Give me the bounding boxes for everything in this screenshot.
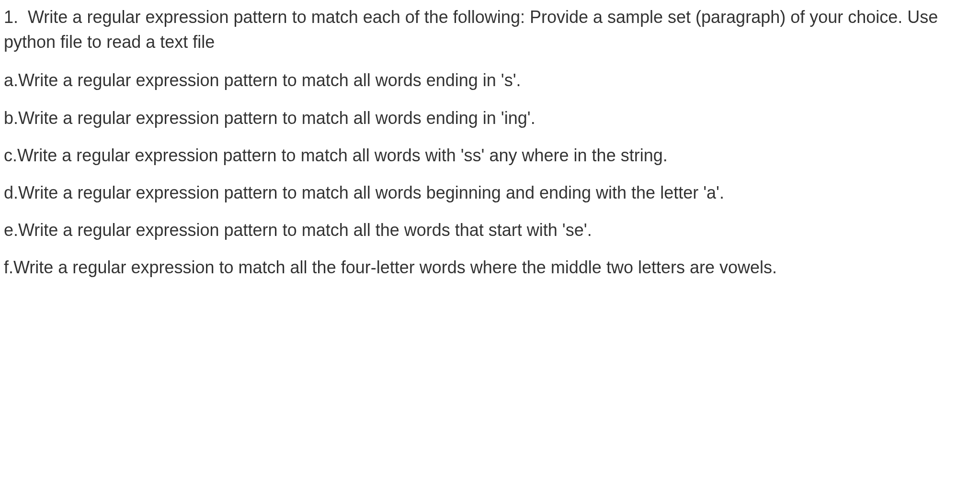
question-part-e: e.Write a regular expression pattern to … <box>4 218 976 243</box>
question-part-d: d.Write a regular expression pattern to … <box>4 180 976 205</box>
question-part-c: c.Write a regular expression pattern to … <box>4 143 976 168</box>
question-intro: 1. Write a regular expression pattern to… <box>4 5 976 55</box>
question-part-b: b.Write a regular expression pattern to … <box>4 106 976 131</box>
question-part-a: a.Write a regular expression pattern to … <box>4 68 976 93</box>
question-part-f: f.Write a regular expression to match al… <box>4 255 976 280</box>
